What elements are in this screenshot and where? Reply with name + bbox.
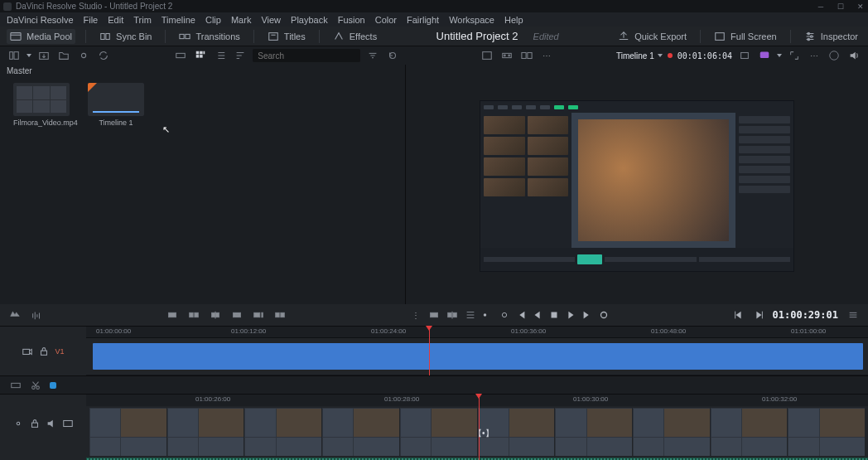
upper-ruler[interactable]: 01:00:00:00 01:00:12:00 01:00:24:00 01:0… [86,327,868,338]
menu-color[interactable]: Color [375,15,397,25]
sync-button[interactable] [96,48,111,63]
source-viewer-button[interactable] [480,48,494,63]
audio-track-button[interactable] [8,307,22,322]
timeline-options-button[interactable] [846,307,860,322]
import-folder-button[interactable] [56,48,71,63]
link-button[interactable] [76,48,91,63]
video-icon[interactable] [62,418,74,429]
replace-button[interactable] [209,307,222,322]
append-button[interactable] [252,307,265,322]
boring-detector-button[interactable] [427,307,441,322]
viewer-bypass-button[interactable] [757,48,772,63]
link-icon[interactable] [12,418,24,429]
speaker-icon[interactable] [46,418,57,429]
lock-icon[interactable] [29,418,41,429]
clip-item[interactable]: Timeline 1 [88,83,144,127]
bin-name[interactable]: Master [0,65,405,78]
go-end-button[interactable] [581,309,593,321]
menu-davinci[interactable]: DaVinci Resolve [7,15,74,25]
upper-video-track[interactable] [86,338,868,375]
stop-button[interactable] [548,309,560,321]
lower-track-header[interactable]: V1 A1 [0,395,86,460]
menu-edit[interactable]: Edit [108,15,123,25]
color-wheel-icon[interactable] [827,48,841,63]
svg-rect-48 [254,312,260,317]
tape-viewer-button[interactable] [499,48,514,63]
tools-menu-button[interactable] [464,307,477,322]
transport-timecode[interactable]: 01:00:29:01 [773,309,838,321]
full-screen-button[interactable]: Full Screen [711,29,780,44]
viewer-expand-button[interactable] [787,48,802,63]
clip-item[interactable]: Filmora_Video.mp4 [13,83,70,127]
upper-track-header[interactable]: V1 [0,327,86,375]
tab-transitions[interactable]: Transitions [176,29,243,44]
view-strip-button[interactable] [173,48,188,63]
timeline-clip[interactable] [93,343,863,370]
next-edit-button[interactable] [753,309,764,321]
refresh-button[interactable] [385,48,400,63]
quick-export-button[interactable]: Quick Export [615,29,690,44]
prev-marker-button[interactable] [482,309,494,321]
insert-button[interactable] [166,307,179,322]
timeline-name-dropdown[interactable]: Timeline 1 [616,51,663,61]
menu-trim[interactable]: Trim [133,15,152,25]
svg-rect-52 [448,312,451,317]
tab-titles[interactable]: Titles [264,29,309,44]
menu-mark[interactable]: Mark [231,15,251,25]
close-button[interactable]: ✕ [856,2,865,11]
viewer-canvas-wrap[interactable] [406,65,868,304]
split-button[interactable] [446,307,459,322]
view-list-button[interactable] [213,48,228,63]
ruler-tick: 01:00:26:00 [195,395,230,403]
tab-media-pool[interactable]: Media Pool [7,29,75,44]
go-start-button[interactable] [515,309,527,321]
prev-edit-button[interactable] [733,309,745,321]
audio-mix-button[interactable] [30,307,43,322]
menu-view[interactable]: View [261,15,281,25]
filter-button[interactable] [365,48,380,63]
set-in-button[interactable] [499,309,510,321]
menu-timeline[interactable]: Timeline [162,15,195,25]
maximize-button[interactable]: ☐ [837,2,845,11]
svg-rect-39 [741,53,749,59]
chevron-down-icon[interactable] [777,54,782,57]
menu-fairlight[interactable]: Fairlight [407,15,439,25]
upper-playhead[interactable] [429,327,430,375]
chevron-down-icon[interactable] [27,54,31,57]
sort-button[interactable] [233,48,248,63]
search-input[interactable] [253,49,360,62]
prev-frame-button[interactable] [532,309,543,321]
loop-button[interactable] [598,309,610,321]
svg-point-41 [830,51,839,61]
razor-button[interactable] [10,380,22,391]
marker-icon[interactable] [50,382,56,389]
tab-effects[interactable]: Effects [330,29,380,44]
overwrite-button[interactable] [187,307,200,322]
tab-sync-bin[interactable]: Sync Bin [96,29,155,44]
import-media-button[interactable] [36,48,51,63]
menu-file[interactable]: File [84,15,99,25]
fit-button[interactable] [230,307,244,322]
tab-inspector[interactable]: Inspector [801,29,861,44]
dual-viewer-button[interactable] [519,48,534,63]
bin-list-button[interactable] [7,48,22,63]
tab-effects-label: Effects [350,31,377,41]
tab-sync-bin-label: Sync Bin [116,31,152,41]
view-thumb-button[interactable] [193,48,208,63]
minimize-button[interactable]: ─ [817,2,825,11]
svg-rect-22 [196,55,200,58]
svg-rect-49 [276,312,279,317]
menu-workspace[interactable]: Workspace [449,15,494,25]
menu-clip[interactable]: Clip [205,15,221,25]
ripple-button[interactable] [273,307,287,322]
menu-playback[interactable]: Playback [291,15,328,25]
viewer-matte-button[interactable] [737,48,752,63]
viewer-options-button[interactable]: ⋯ [807,48,822,63]
cut-button[interactable] [30,380,41,391]
mute-button[interactable] [846,48,861,63]
menu-help[interactable]: Help [504,15,523,25]
menu-fusion[interactable]: Fusion [338,15,365,25]
viewer-menu-button[interactable]: ⋯ [539,48,554,63]
play-button[interactable] [565,309,576,321]
ruler-tick: 01:00:24:00 [371,327,406,335]
